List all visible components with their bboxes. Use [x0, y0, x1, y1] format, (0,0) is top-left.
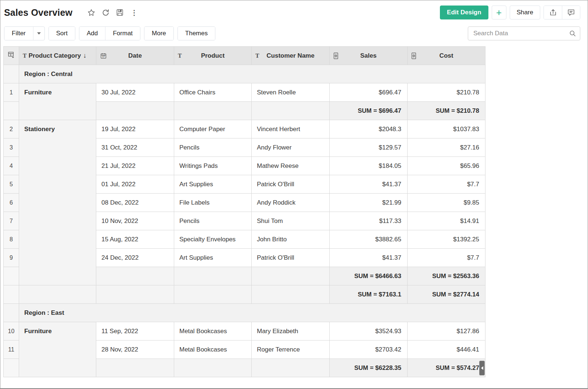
cell-product-category[interactable]: Furniture: [19, 83, 96, 120]
cell-product[interactable]: Office Chairs: [174, 83, 252, 102]
svg-text:17: 17: [102, 55, 105, 58]
column-header-cost[interactable]: Cost: [408, 47, 485, 65]
cell-product[interactable]: File Labels: [174, 194, 252, 212]
cell-sales[interactable]: $41.37: [330, 249, 408, 267]
more-options-kebab-icon[interactable]: ⋮: [129, 8, 139, 17]
cell-sales[interactable]: $41.37: [330, 175, 408, 194]
cell-product-category[interactable]: Stationery: [19, 120, 96, 285]
cell-cost[interactable]: $1392.25: [408, 230, 485, 249]
cell-customer-name[interactable]: Mary Elizabeth: [252, 322, 330, 341]
report-toolbar: Filter Sort Add Format More Themes: [0, 23, 588, 44]
cell-product[interactable]: Pencils: [174, 138, 252, 157]
cell-date[interactable]: 28 Nov, 2022: [96, 341, 174, 359]
cell-product[interactable]: Pencils: [174, 212, 252, 230]
column-header-sales[interactable]: Sales: [330, 47, 408, 65]
refresh-icon[interactable]: [101, 8, 110, 17]
cell-product-category[interactable]: Furniture: [19, 322, 96, 377]
cell-product[interactable]: Metal Bookcases: [174, 322, 252, 341]
cell-sales[interactable]: $2703.42: [330, 341, 408, 359]
cell-customer-name[interactable]: Patrick O'Brill: [252, 249, 330, 267]
cell-customer-name[interactable]: Roger Terrence: [252, 341, 330, 359]
sort-button[interactable]: Sort: [49, 27, 75, 40]
cell-cost[interactable]: $9.85: [408, 194, 485, 212]
cell-product[interactable]: Specialty Envelopes: [174, 230, 252, 249]
cell-product[interactable]: Art Supplies: [174, 175, 252, 194]
column-header-customer-name[interactable]: TCustomer Name: [252, 47, 330, 65]
cell-sales[interactable]: $3524.93: [330, 322, 408, 341]
cell-date[interactable]: 30 Jul, 2022: [96, 83, 174, 102]
comments-button[interactable]: [562, 6, 580, 19]
search-input[interactable]: [473, 30, 569, 37]
edit-design-button[interactable]: Edit Design: [440, 6, 488, 19]
column-header-product[interactable]: TProduct: [174, 47, 252, 65]
sum-cost: SUM = $574.27: [408, 359, 485, 377]
cell-cost[interactable]: $7.7: [408, 175, 485, 194]
filter-dropdown-toggle[interactable]: [33, 27, 44, 40]
more-button[interactable]: More: [144, 27, 173, 40]
horizontal-scroll-handle[interactable]: [479, 361, 485, 375]
cell-customer-name[interactable]: Mathew Reese: [252, 157, 330, 175]
cell-sales[interactable]: $117.33: [330, 212, 408, 230]
cell-date[interactable]: 21 Jul, 2022: [96, 157, 174, 175]
cell-product[interactable]: Art Supplies: [174, 249, 252, 267]
cell-customer-name[interactable]: John Britto: [252, 230, 330, 249]
row-number-cell: [4, 359, 19, 377]
format-button[interactable]: Format: [105, 27, 140, 40]
row-number: 10: [4, 322, 19, 341]
cell-date[interactable]: 10 Nov, 2022: [96, 212, 174, 230]
filter-button-label[interactable]: Filter: [4, 27, 33, 40]
cell-date[interactable]: 11 Sep, 2022: [96, 322, 174, 341]
add-new-button[interactable]: +: [492, 6, 506, 19]
cell-date[interactable]: 08 Dec, 2022: [96, 194, 174, 212]
page-title: Sales Overview: [4, 7, 72, 18]
favorite-star-icon[interactable]: [86, 8, 96, 17]
column-header-product-category[interactable]: TProduct Category↓: [19, 47, 96, 65]
cell-sales[interactable]: $184.05: [330, 157, 408, 175]
save-icon[interactable]: [115, 8, 125, 17]
sum-sales: SUM = $7163.1: [330, 285, 408, 304]
cell-date[interactable]: 24 Dec, 2022: [96, 249, 174, 267]
column-header-row-selector[interactable]: [4, 47, 19, 65]
export-button[interactable]: [544, 6, 562, 19]
cell-cost[interactable]: $1037.83: [408, 120, 485, 138]
cell-product-category-empty: [19, 285, 96, 304]
cell-sales[interactable]: $696.47: [330, 83, 408, 102]
sum-cost: SUM = $2563.36: [408, 267, 485, 285]
cell-customer-name[interactable]: Shui Tom: [252, 212, 330, 230]
cell-sales[interactable]: $21.99: [330, 194, 408, 212]
app-window: Sales Overview ⋮ Edit Design + Share: [0, 0, 588, 389]
row-number: 11: [4, 341, 19, 359]
currency-icon: [333, 52, 338, 59]
cell-cost[interactable]: $14.91: [408, 212, 485, 230]
chevron-left-icon: [481, 366, 483, 370]
cell-date[interactable]: 19 Jul, 2022: [96, 120, 174, 138]
cell-sales[interactable]: $129.57: [330, 138, 408, 157]
cell-sales[interactable]: $2048.3: [330, 120, 408, 138]
cell-cost[interactable]: $65.96: [408, 157, 485, 175]
row-number: 8: [4, 230, 19, 249]
cell-date[interactable]: 31 Oct, 2022: [96, 138, 174, 157]
cell-product[interactable]: Computer Paper: [174, 120, 252, 138]
share-button[interactable]: Share: [510, 6, 540, 19]
cell-cost[interactable]: $127.86: [408, 322, 485, 341]
column-header-date[interactable]: 17Date: [96, 47, 174, 65]
cell-product[interactable]: Metal Bookcases: [174, 341, 252, 359]
cell-customer-name[interactable]: Steven Roelle: [252, 83, 330, 102]
cell-cost[interactable]: $27.16: [408, 138, 485, 157]
cell-customer-name[interactable]: Patrick O'Brill: [252, 175, 330, 194]
cell-customer-name[interactable]: Andy Roddick: [252, 194, 330, 212]
add-button[interactable]: Add: [79, 27, 105, 40]
cell-cost[interactable]: $210.78: [408, 83, 485, 102]
cell-cost[interactable]: $7.7: [408, 249, 485, 267]
cell-date[interactable]: 01 Jul, 2022: [96, 175, 174, 194]
cell-date[interactable]: 15 Aug, 2022: [96, 230, 174, 249]
column-header-label: Product: [201, 52, 225, 60]
table-row: 2Stationery19 Jul, 2022Computer PaperVin…: [4, 120, 485, 138]
cell-cost[interactable]: $446.41: [408, 341, 485, 359]
cell-product[interactable]: Writings Pads: [174, 157, 252, 175]
search-box: [468, 26, 580, 40]
cell-customer-name[interactable]: Vincent Herbert: [252, 120, 330, 138]
themes-button[interactable]: Themes: [178, 27, 215, 40]
cell-sales[interactable]: $3882.65: [330, 230, 408, 249]
cell-customer-name[interactable]: Andy Flower: [252, 138, 330, 157]
